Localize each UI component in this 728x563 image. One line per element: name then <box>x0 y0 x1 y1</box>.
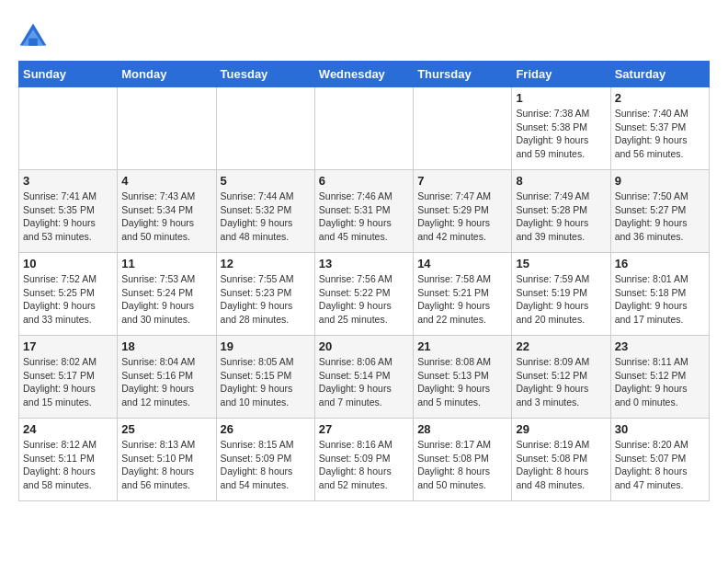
page: SundayMondayTuesdayWednesdayThursdayFrid… <box>0 0 728 511</box>
calendar-day-cell: 6Sunrise: 7:46 AM Sunset: 5:31 PM Daylig… <box>314 170 413 253</box>
day-number: 27 <box>319 422 409 436</box>
day-info: Sunrise: 8:17 AM Sunset: 5:08 PM Dayligh… <box>417 438 507 492</box>
day-number: 22 <box>516 339 606 353</box>
day-number: 23 <box>615 339 705 353</box>
calendar-day-cell <box>118 87 216 170</box>
day-number: 14 <box>417 257 507 270</box>
day-info: Sunrise: 8:13 AM Sunset: 5:10 PM Dayligh… <box>121 438 211 492</box>
day-number: 15 <box>516 257 606 270</box>
day-info: Sunrise: 8:11 AM Sunset: 5:12 PM Dayligh… <box>615 355 705 409</box>
calendar-day-cell: 4Sunrise: 7:43 AM Sunset: 5:34 PM Daylig… <box>118 170 216 253</box>
day-info: Sunrise: 7:52 AM Sunset: 5:25 PM Dayligh… <box>23 272 113 327</box>
header <box>18 18 710 52</box>
calendar-day-cell: 21Sunrise: 8:08 AM Sunset: 5:13 PM Dayli… <box>414 336 512 419</box>
day-info: Sunrise: 8:04 AM Sunset: 5:16 PM Dayligh… <box>121 355 211 409</box>
calendar-day-cell: 17Sunrise: 8:02 AM Sunset: 5:17 PM Dayli… <box>19 336 118 419</box>
day-number: 20 <box>319 339 409 353</box>
day-number: 19 <box>221 339 311 353</box>
day-number: 11 <box>121 257 211 270</box>
day-number: 8 <box>516 174 606 188</box>
calendar-day-cell: 25Sunrise: 8:13 AM Sunset: 5:10 PM Dayli… <box>118 419 216 501</box>
calendar-day-cell: 1Sunrise: 7:38 AM Sunset: 5:38 PM Daylig… <box>512 87 610 170</box>
day-number: 9 <box>615 174 705 188</box>
calendar-weekday-header: Tuesday <box>216 62 314 87</box>
calendar-day-cell: 24Sunrise: 8:12 AM Sunset: 5:11 PM Dayli… <box>19 419 118 501</box>
day-info: Sunrise: 7:43 AM Sunset: 5:34 PM Dayligh… <box>121 190 211 244</box>
day-number: 13 <box>319 257 409 270</box>
day-info: Sunrise: 7:58 AM Sunset: 5:21 PM Dayligh… <box>417 272 507 327</box>
calendar-weekday-header: Wednesday <box>314 62 413 87</box>
calendar-day-cell: 7Sunrise: 7:47 AM Sunset: 5:29 PM Daylig… <box>414 170 512 253</box>
day-info: Sunrise: 7:44 AM Sunset: 5:32 PM Dayligh… <box>221 190 311 244</box>
day-info: Sunrise: 8:15 AM Sunset: 5:09 PM Dayligh… <box>221 438 311 492</box>
day-number: 21 <box>417 339 507 353</box>
day-number: 10 <box>23 257 113 270</box>
day-info: Sunrise: 8:09 AM Sunset: 5:12 PM Dayligh… <box>516 355 606 409</box>
day-number: 26 <box>221 422 311 436</box>
calendar-weekday-header: Saturday <box>610 62 709 87</box>
day-number: 25 <box>121 422 211 436</box>
calendar-weekday-header: Sunday <box>19 62 118 87</box>
calendar-day-cell: 27Sunrise: 8:16 AM Sunset: 5:09 PM Dayli… <box>314 419 413 501</box>
calendar-day-cell: 2Sunrise: 7:40 AM Sunset: 5:37 PM Daylig… <box>610 87 709 170</box>
day-info: Sunrise: 8:19 AM Sunset: 5:08 PM Dayligh… <box>516 438 606 492</box>
day-info: Sunrise: 7:47 AM Sunset: 5:29 PM Dayligh… <box>417 190 507 244</box>
calendar-day-cell: 30Sunrise: 8:20 AM Sunset: 5:07 PM Dayli… <box>610 419 709 501</box>
day-number: 4 <box>121 174 211 188</box>
calendar-day-cell <box>414 87 512 170</box>
calendar-week-row: 3Sunrise: 7:41 AM Sunset: 5:35 PM Daylig… <box>19 170 710 253</box>
day-number: 18 <box>121 339 211 353</box>
day-info: Sunrise: 7:41 AM Sunset: 5:35 PM Dayligh… <box>23 190 113 244</box>
calendar-day-cell: 28Sunrise: 8:17 AM Sunset: 5:08 PM Dayli… <box>414 419 512 501</box>
calendar-weekday-header: Monday <box>118 62 216 87</box>
day-info: Sunrise: 7:49 AM Sunset: 5:28 PM Dayligh… <box>516 190 606 244</box>
day-info: Sunrise: 7:56 AM Sunset: 5:22 PM Dayligh… <box>319 272 409 327</box>
day-number: 6 <box>319 174 409 188</box>
day-info: Sunrise: 8:05 AM Sunset: 5:15 PM Dayligh… <box>221 355 311 409</box>
calendar-week-row: 1Sunrise: 7:38 AM Sunset: 5:38 PM Daylig… <box>19 87 710 170</box>
day-info: Sunrise: 8:20 AM Sunset: 5:07 PM Dayligh… <box>615 438 705 492</box>
calendar-day-cell <box>19 87 118 170</box>
day-number: 3 <box>23 174 113 188</box>
day-number: 1 <box>516 91 606 105</box>
calendar-day-cell: 3Sunrise: 7:41 AM Sunset: 5:35 PM Daylig… <box>19 170 118 253</box>
day-info: Sunrise: 8:02 AM Sunset: 5:17 PM Dayligh… <box>23 355 113 409</box>
calendar-day-cell: 18Sunrise: 8:04 AM Sunset: 5:16 PM Dayli… <box>118 336 216 419</box>
calendar-day-cell: 15Sunrise: 7:59 AM Sunset: 5:19 PM Dayli… <box>512 253 610 336</box>
day-info: Sunrise: 7:50 AM Sunset: 5:27 PM Dayligh… <box>615 190 705 244</box>
calendar-day-cell: 22Sunrise: 8:09 AM Sunset: 5:12 PM Dayli… <box>512 336 610 419</box>
logo <box>18 22 51 52</box>
calendar-day-cell: 13Sunrise: 7:56 AM Sunset: 5:22 PM Dayli… <box>314 253 413 336</box>
day-number: 12 <box>221 257 311 270</box>
calendar-day-cell: 23Sunrise: 8:11 AM Sunset: 5:12 PM Dayli… <box>610 336 709 419</box>
calendar-week-row: 24Sunrise: 8:12 AM Sunset: 5:11 PM Dayli… <box>19 419 710 501</box>
day-info: Sunrise: 7:46 AM Sunset: 5:31 PM Dayligh… <box>319 190 409 244</box>
day-info: Sunrise: 7:38 AM Sunset: 5:38 PM Dayligh… <box>516 107 606 161</box>
calendar-day-cell: 29Sunrise: 8:19 AM Sunset: 5:08 PM Dayli… <box>512 419 610 501</box>
calendar-weekday-header: Thursday <box>414 62 512 87</box>
calendar-header-row: SundayMondayTuesdayWednesdayThursdayFrid… <box>19 62 710 87</box>
day-info: Sunrise: 8:16 AM Sunset: 5:09 PM Dayligh… <box>319 438 409 492</box>
svg-rect-2 <box>28 39 38 46</box>
day-info: Sunrise: 8:06 AM Sunset: 5:14 PM Dayligh… <box>319 355 409 409</box>
calendar-day-cell: 5Sunrise: 7:44 AM Sunset: 5:32 PM Daylig… <box>216 170 314 253</box>
calendar-day-cell: 19Sunrise: 8:05 AM Sunset: 5:15 PM Dayli… <box>216 336 314 419</box>
day-number: 17 <box>23 339 113 353</box>
day-number: 29 <box>516 422 606 436</box>
calendar-day-cell: 26Sunrise: 8:15 AM Sunset: 5:09 PM Dayli… <box>216 419 314 501</box>
calendar-day-cell: 16Sunrise: 8:01 AM Sunset: 5:18 PM Dayli… <box>610 253 709 336</box>
day-number: 16 <box>615 257 705 270</box>
day-info: Sunrise: 8:01 AM Sunset: 5:18 PM Dayligh… <box>615 272 705 327</box>
calendar-table: SundayMondayTuesdayWednesdayThursdayFrid… <box>18 61 710 501</box>
day-info: Sunrise: 7:55 AM Sunset: 5:23 PM Dayligh… <box>221 272 311 327</box>
calendar-day-cell <box>216 87 314 170</box>
logo-icon <box>18 22 48 52</box>
day-info: Sunrise: 7:53 AM Sunset: 5:24 PM Dayligh… <box>121 272 211 327</box>
day-number: 2 <box>615 91 705 105</box>
day-number: 7 <box>417 174 507 188</box>
calendar-day-cell: 12Sunrise: 7:55 AM Sunset: 5:23 PM Dayli… <box>216 253 314 336</box>
calendar-day-cell: 8Sunrise: 7:49 AM Sunset: 5:28 PM Daylig… <box>512 170 610 253</box>
day-number: 24 <box>23 422 113 436</box>
calendar-day-cell: 9Sunrise: 7:50 AM Sunset: 5:27 PM Daylig… <box>610 170 709 253</box>
day-number: 28 <box>417 422 507 436</box>
